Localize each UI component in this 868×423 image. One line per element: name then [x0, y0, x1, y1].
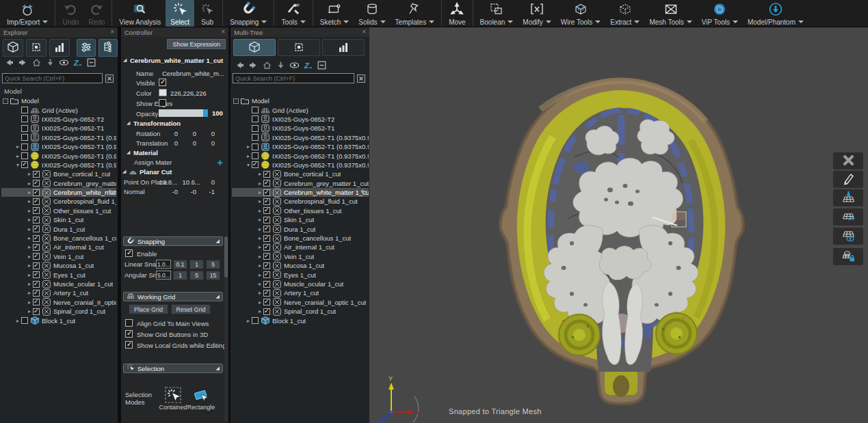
expander-icon[interactable]: ▸	[257, 308, 263, 314]
chevron-down-icon[interactable]	[300, 21, 306, 23]
tree-row[interactable]: ▸Bone_cortical 1_cut	[1, 169, 116, 178]
tree-row[interactable]: IXI025-Guys-0852-T2	[1, 115, 116, 124]
explorer-button-filter-sliders-icon[interactable]	[77, 39, 96, 57]
z-scroll-icon[interactable]: Z	[303, 60, 313, 70]
tree-row[interactable]: ▸Nerve_cranial_II_optic 1_cut	[1, 298, 116, 307]
viewport-tool-grid-rotate-icon[interactable]	[833, 208, 863, 226]
translation-z[interactable]: 0	[197, 139, 215, 147]
snapping-enable-checkbox[interactable]	[125, 249, 133, 257]
visibility-checkbox[interactable]	[263, 262, 270, 269]
visibility-checkbox[interactable]	[21, 107, 28, 113]
visibility-checkbox[interactable]	[263, 189, 270, 196]
chevron-down-icon[interactable]	[687, 21, 692, 23]
tree-row[interactable]: ▸Cerebrum_grey_matter 1_cut	[232, 179, 369, 188]
expander-icon[interactable]: ▸	[245, 144, 252, 150]
visibility-checkbox[interactable]	[33, 217, 40, 223]
chevron-down-icon[interactable]	[634, 21, 640, 23]
expander-icon[interactable]: ▸	[257, 272, 263, 278]
toolbar-button-extract[interactable]: Extract	[605, 0, 644, 27]
close-icon[interactable]: ×	[221, 29, 225, 36]
expander-icon[interactable]: ▸	[257, 235, 263, 241]
visibility-checkbox[interactable]	[21, 152, 28, 159]
visibility-checkbox[interactable]	[21, 134, 28, 141]
visibility-checkbox[interactable]	[33, 180, 40, 187]
point-y[interactable]: 10.6...	[180, 178, 200, 186]
visibility-checkbox[interactable]	[33, 281, 40, 288]
tree-row[interactable]: ▸IXI025-Guys-0852-T1 (0.9375x0.9375x1.25…	[232, 142, 369, 151]
tree-row-selected[interactable]: ▸Cerebrum_white_matter 1_cut	[232, 188, 369, 197]
chevron-down-icon[interactable]	[42, 21, 48, 23]
tree-row[interactable]: ▸Eyes 1_cut	[1, 270, 116, 279]
toolbar-button-select[interactable]: Select	[166, 0, 194, 27]
expander-icon[interactable]: ▸	[257, 226, 263, 232]
expander-icon[interactable]: ▸	[26, 254, 33, 260]
reset-grid-button[interactable]: Reset Grid	[171, 304, 211, 314]
snapping-section-header[interactable]: Snapping ◢	[123, 236, 223, 246]
toolbar-button-snapping[interactable]: Snapping	[225, 0, 272, 27]
tree-row[interactable]: ▸Air_internal 1_cut	[1, 243, 116, 251]
tree-row[interactable]: ▸IXI025-Guys-0852-T1 (0.9375x0.9375x1.25…	[1, 151, 116, 160]
visibility-checkbox[interactable]	[21, 317, 28, 324]
tree-row[interactable]: ▸IXI025-Guys-0852-T1 (0.9375x0.9375x1.25…	[232, 151, 369, 160]
viewport-tool-pencil-icon[interactable]	[833, 171, 863, 188]
tree-row-selected[interactable]: ▸Cerebrum_white_matter 1_cut	[1, 188, 116, 197]
visibility-checkbox[interactable]	[263, 207, 270, 214]
tree-row[interactable]: ▾IXI025-Guys-0852-T1 (0.9375x0.9375x1.25…	[1, 161, 116, 169]
expander-icon[interactable]: ▸	[26, 226, 33, 232]
visibility-checkbox[interactable]	[263, 253, 270, 260]
back-arrow-icon[interactable]	[235, 60, 245, 70]
back-arrow-icon[interactable]	[4, 57, 14, 68]
visibility-checkbox[interactable]	[33, 207, 40, 214]
3d-viewport[interactable]: Y X Z Snapped to Triangle Mesh	[369, 27, 868, 423]
visibility-checkbox[interactable]	[263, 299, 270, 305]
head-cross-section-render[interactable]: Y X Z	[369, 27, 868, 423]
expander-icon[interactable]: ▸	[26, 281, 33, 287]
chevron-down-icon[interactable]	[798, 21, 804, 23]
rotation-x[interactable]: 0	[160, 130, 178, 137]
expander-icon[interactable]: ▸	[26, 244, 33, 250]
visibility-checkbox[interactable]	[252, 152, 259, 159]
toolbar-button-model-phantom[interactable]: Model/Phantom	[743, 0, 808, 27]
visibility-checkbox[interactable]	[33, 290, 40, 297]
expander-icon[interactable]: ▸	[257, 180, 263, 187]
visibility-checkbox[interactable]	[33, 198, 40, 205]
visibility-checkbox[interactable]	[263, 226, 270, 232]
expander-icon[interactable]: ▸	[257, 171, 263, 177]
tree-row[interactable]: ▸Artery 1_cut	[232, 288, 369, 297]
tree-row[interactable]: ▸Vein 1_cut	[1, 252, 116, 261]
visibility-checkbox[interactable]	[252, 125, 259, 132]
down-arrow-icon[interactable]	[45, 57, 55, 68]
tree-row[interactable]: ▸Dura 1_cut	[232, 224, 369, 233]
tree-row[interactable]: ▾IXI025-Guys-0852-T1 (0.9375x0.9375x1.25…	[232, 161, 369, 169]
close-icon[interactable]: ×	[362, 29, 366, 36]
expander-icon[interactable]: ·	[233, 98, 239, 104]
visibility-checkbox[interactable]	[263, 180, 270, 187]
collapse-triangle-icon[interactable]: ◢	[123, 57, 127, 63]
rotation-y[interactable]: 0	[179, 130, 196, 137]
chevron-down-icon[interactable]	[595, 21, 601, 23]
toolbar-button-sketch[interactable]: Sketch	[315, 0, 354, 27]
multi-tree-tab-chip-icon[interactable]	[278, 39, 320, 56]
chevron-down-icon[interactable]	[508, 21, 513, 23]
home-icon[interactable]	[31, 57, 42, 68]
visibility-checkbox[interactable]	[263, 235, 270, 242]
visibility-checkbox[interactable]	[33, 226, 40, 232]
expander-icon[interactable]: ▸	[26, 235, 33, 241]
expander-icon[interactable]: ▾	[14, 162, 21, 168]
tree-row[interactable]: ▸Muscle_ocular 1_cut	[1, 279, 116, 288]
toolbar-button-undo[interactable]: Undo	[57, 0, 83, 27]
expander-icon[interactable]: ▸	[257, 189, 263, 195]
toolbar-button-view-analysis[interactable]: View Analysis	[114, 0, 166, 27]
working-grid-section-header[interactable]: Working Grid ◢	[123, 292, 223, 301]
visible-checkbox[interactable]	[159, 79, 166, 86]
working-grid-checkbox[interactable]	[125, 341, 133, 349]
linear-snap-preset-button[interactable]: 5	[206, 260, 220, 269]
expander-icon[interactable]: ▸	[257, 299, 263, 305]
translation-x[interactable]: 0	[160, 139, 178, 147]
visibility-checkbox[interactable]	[252, 144, 259, 150]
collapse-triangle-icon[interactable]: ◢	[122, 169, 126, 174]
tree-row[interactable]: ▸IXI025-Guys-0852-T1 (0.9375x0.9375x1.25…	[1, 142, 116, 151]
expander-icon[interactable]: ▸	[26, 180, 33, 187]
toolbar-button-mesh-tools[interactable]: Mesh Tools	[644, 0, 696, 27]
expander-icon[interactable]: ▸	[14, 144, 21, 150]
